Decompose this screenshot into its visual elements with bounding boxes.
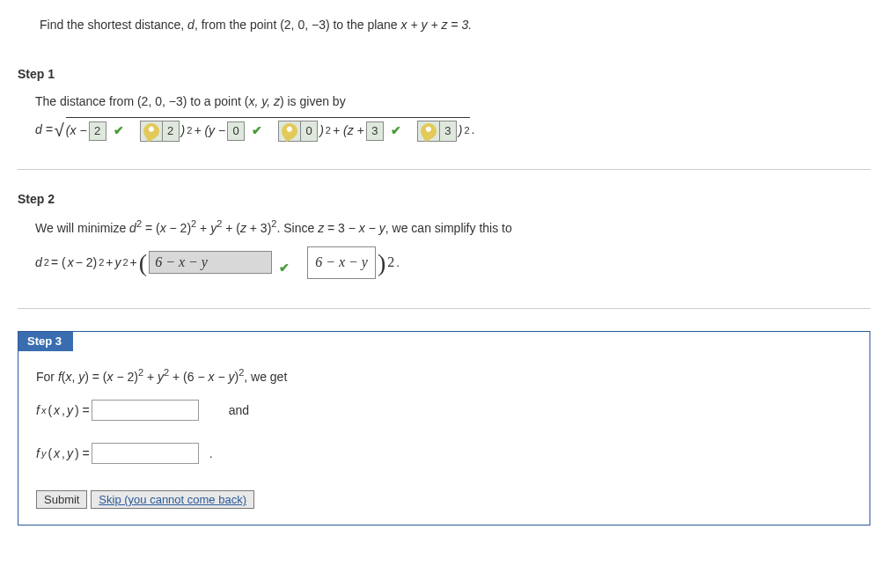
x-open: (x − [66, 119, 87, 143]
key-icon [140, 120, 162, 142]
check-icon: ✔ [391, 119, 401, 143]
s2e: + ( [222, 220, 240, 234]
key-answer-3: 3 [417, 121, 457, 142]
s3j: , we get [244, 370, 287, 384]
close1: ) [181, 119, 186, 143]
prompt-var-d: d [187, 18, 194, 32]
s3e: − 2) [114, 370, 138, 384]
step1-d-eq: d = [35, 118, 53, 142]
step2-answer-input[interactable]: 6 − x − y [149, 251, 272, 274]
s2d: + [196, 220, 210, 234]
eq2a: = ( [51, 251, 66, 275]
s2a: We will minimize [35, 220, 129, 234]
fxc: ) = [75, 403, 90, 417]
prompt-text: Find the shortest distance, [40, 18, 187, 32]
key-1-value: 2 [162, 121, 179, 141]
check-icon: ✔ [279, 256, 290, 280]
s3f: + [143, 370, 158, 384]
close3: ) [459, 119, 463, 143]
fx-answer-input[interactable] [92, 400, 199, 421]
step-3-panel: Step 3 For f(x, y) = (x − 2)2 + y2 + (6 … [18, 331, 870, 526]
key-icon [279, 120, 301, 142]
sqrt-icon: √ [55, 114, 64, 147]
step-3-buttons: Submit Skip (you cannot come back) [36, 490, 856, 509]
s3g: + (6 − [169, 370, 208, 384]
step2-key-display: 6 − x − y [307, 246, 376, 278]
fyc: ) = [75, 446, 90, 460]
fya: ( [48, 446, 52, 460]
step1-dot: . [472, 118, 475, 142]
fyb: , [62, 446, 65, 460]
key-answer-1: 2 [140, 121, 180, 142]
skip-link-text: Skip (you cannot come back) [99, 493, 246, 506]
s2h: = 3 − [324, 220, 359, 234]
check-icon: ✔ [114, 119, 124, 143]
key-icon [417, 120, 439, 142]
step-3-text: For f(x, y) = (x − 2)2 + y2 + (6 − x − y… [36, 367, 856, 384]
step1-lead-a: The distance from (2, 0, −3) to a point … [35, 94, 248, 108]
divider [18, 308, 870, 309]
answer-1-input[interactable]: 2 [89, 121, 106, 141]
skip-button[interactable]: Skip (you cannot come back) [91, 490, 254, 509]
sqrt-content: (x − 2 ✔ 2 )2 + (y − 0 ✔ 0 )2 + (z + 3 [66, 117, 470, 143]
s2j: , we can simplify this to [385, 220, 512, 234]
prompt-equation: x + y + z = 3. [401, 18, 473, 32]
step3-dot: . [209, 446, 213, 460]
y-open: + (y − [194, 119, 225, 143]
step-1-label: Step 1 [18, 67, 870, 81]
step-2-text: We will minimize d2 = (x − 2)2 + y2 + (z… [35, 215, 870, 239]
fxb: , [62, 403, 65, 417]
s3d: ) = ( [84, 370, 106, 384]
step-1-equation: d = √ (x − 2 ✔ 2 )2 + (y − 0 ✔ 0 )2 [35, 114, 870, 147]
step1-xyz: x, y, z [248, 94, 280, 108]
problem-prompt: Find the shortest distance, d, from the … [18, 18, 870, 32]
prompt-mid: , from the point (2, 0, −3) to the plane [194, 18, 401, 32]
s2c: − 2) [166, 220, 191, 234]
key-2-value: 0 [300, 121, 317, 141]
close2: ) [319, 119, 324, 143]
s2i: − [365, 220, 379, 234]
fy-answer-input[interactable] [92, 443, 199, 464]
and-text: and [229, 403, 249, 417]
check-icon: ✔ [252, 119, 262, 143]
answer-3-input[interactable]: 3 [366, 121, 384, 141]
step1-lead-b: ) is given by [280, 94, 346, 108]
step2-dot: . [396, 251, 400, 275]
step-2-label: Step 2 [18, 192, 870, 206]
submit-button[interactable]: Submit [36, 490, 87, 509]
divider [18, 169, 870, 170]
fx-row: fx(x, y) = and [36, 400, 856, 421]
step-1: Step 1 The distance from (2, 0, −3) to a… [18, 67, 870, 147]
s2g: . Since [276, 220, 318, 234]
fxa: ( [48, 403, 52, 417]
step-3-label: Step 3 [18, 332, 70, 350]
key-3-value: 3 [439, 121, 456, 141]
s2f: + 3) [246, 220, 271, 234]
s3a: For [36, 370, 58, 384]
eq2d: + [130, 251, 137, 275]
eq2b: − 2) [76, 251, 98, 275]
step-2: Step 2 We will minimize d2 = (x − 2)2 + … [18, 192, 870, 286]
answer-2-input[interactable]: 0 [227, 121, 245, 141]
fy-row: fy(x, y) = . [36, 443, 856, 464]
key-answer-2: 0 [278, 121, 318, 142]
step-1-lead: The distance from (2, 0, −3) to a point … [35, 90, 870, 114]
s2b: = ( [142, 220, 160, 234]
s3h: − [215, 370, 229, 384]
z-open: + (z + [333, 119, 364, 143]
eq2c: + [106, 251, 113, 275]
step-2-equation: d2 = (x − 2)2 + y2 + ( 6 − x − y ✔ 6 − x… [35, 239, 870, 286]
